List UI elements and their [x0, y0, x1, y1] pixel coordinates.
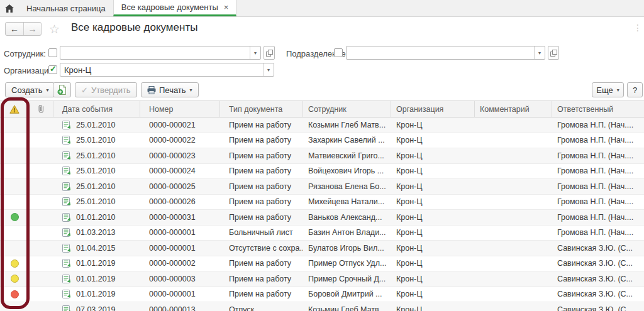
- home-button[interactable]: [0, 0, 19, 16]
- table-row[interactable]: 07.03.2019 0000-000013 Отпуск Козьмин Гл…: [0, 302, 644, 311]
- table-row[interactable]: 25.01.2010 0000-000022 Прием на работу З…: [0, 133, 644, 149]
- column-header-number[interactable]: Номер: [140, 101, 220, 117]
- document-type: Прием на работу: [220, 117, 303, 133]
- table-body: 25.01.2010 0000-000021 Прием на работу К…: [0, 117, 644, 311]
- table-row[interactable]: 01.04.2015 0000-000001 Отсутствие с сохр…: [0, 241, 644, 256]
- employee-filter-input[interactable]: [60, 46, 250, 59]
- responsible-name: Громова Н.П. (Нач....: [552, 117, 644, 133]
- tab-close-icon[interactable]: ×: [224, 3, 229, 11]
- column-header-warning[interactable]: [0, 101, 30, 117]
- responsible-name: Громова Н.П. (Нач....: [552, 164, 644, 179]
- organization-filter-input[interactable]: [60, 63, 263, 76]
- column-header-responsible[interactable]: Ответственный: [552, 101, 644, 117]
- document-type: Прием на работу: [220, 179, 303, 194]
- employee-filter-checkbox[interactable]: [48, 48, 57, 57]
- comment: [475, 271, 552, 286]
- attachment-cell: [30, 226, 53, 241]
- document-number: 0000-000003: [140, 271, 220, 286]
- document-type: Прием на работу: [220, 148, 303, 163]
- approve-button-label: Утвердить: [91, 85, 131, 95]
- employee-name: Захаркин Савелий ...: [303, 133, 391, 148]
- more-button-label: Еще: [596, 85, 613, 95]
- table-row[interactable]: 25.01.2010 0000-000026 Прием на работу М…: [0, 195, 644, 210]
- department-filter-input[interactable]: [347, 46, 534, 59]
- back-button[interactable]: ←: [6, 23, 23, 35]
- title-bar: ← → ☆ Все кадровые документы ⋮: [0, 18, 644, 40]
- more-button[interactable]: Еще ▾: [592, 82, 624, 97]
- table-row[interactable]: 25.01.2010 0000-000023 Прием на работу М…: [0, 148, 644, 164]
- responsible-name: Савинская З.Ю. (С...: [552, 241, 644, 256]
- table-row[interactable]: 01.01.2019 0000-000001 Прием на работу Б…: [0, 287, 644, 303]
- approve-button[interactable]: ✓ Утвердить: [75, 82, 137, 97]
- table-row[interactable]: 25.01.2010 0000-000025 Прием на работу Р…: [0, 179, 644, 195]
- table-row[interactable]: 01.03.2013 0000-000001 Больничный лист Б…: [0, 226, 644, 241]
- column-header-event-date[interactable]: Дата события: [53, 101, 140, 117]
- document-number: 0000-000026: [140, 195, 220, 210]
- chevron-down-icon[interactable]: ▾: [250, 46, 260, 59]
- column-header-attachment[interactable]: [30, 101, 53, 117]
- create-button[interactable]: Создать ▾: [5, 82, 55, 97]
- comment: [475, 302, 552, 311]
- comment: [475, 133, 552, 148]
- document-type: Прием на работу: [220, 287, 303, 302]
- table-row[interactable]: 25.01.2010 0000-000024 Прием на работу В…: [0, 164, 644, 180]
- help-button-label: ?: [633, 85, 637, 95]
- responsible-name: Громова Н.П. (Нач....: [552, 226, 644, 241]
- table-row[interactable]: 01.01.2019 0000-000003 Прием на работу П…: [0, 271, 644, 287]
- organization-filter-checkbox[interactable]: [48, 65, 57, 74]
- help-button[interactable]: ?: [627, 82, 643, 97]
- attachment-cell: [30, 302, 53, 311]
- tab-home-page[interactable]: Начальная страница: [19, 0, 113, 16]
- tab-label: Все кадровые документы: [121, 3, 218, 12]
- status-indicator: [11, 259, 19, 268]
- home-icon: [5, 4, 14, 13]
- document-number: 0000-000001: [140, 241, 220, 256]
- printer-icon: [147, 86, 156, 94]
- responsible-name: Громова Н.П. (Нач....: [552, 210, 644, 225]
- department-filter-checkbox[interactable]: [334, 48, 343, 57]
- organization-name: Крон-Ц: [391, 287, 475, 302]
- column-header-organization[interactable]: Организация: [391, 101, 475, 117]
- department-filter-combo: ▾: [346, 46, 545, 60]
- create-copy-button[interactable]: [53, 82, 71, 97]
- employee-open-button[interactable]: [264, 46, 275, 60]
- chevron-down-icon[interactable]: ▾: [534, 46, 545, 59]
- organization-name: Крон-Ц: [391, 164, 475, 179]
- attachment-cell: [30, 271, 53, 286]
- table-row[interactable]: 25.01.2010 0000-000021 Прием на работу К…: [0, 117, 644, 133]
- document-icon: [62, 213, 72, 222]
- document-type: Прием на работу: [220, 133, 303, 148]
- column-header-employee[interactable]: Сотрудник: [303, 101, 391, 117]
- event-date: 25.01.2010: [76, 151, 116, 160]
- organization-name: Крон-Ц: [391, 117, 475, 133]
- document-type: Отсутствие с сохра...: [220, 241, 303, 256]
- app-window: Начальная страница Все кадровые документ…: [0, 0, 644, 311]
- forward-button[interactable]: →: [23, 23, 41, 35]
- comment: [475, 256, 552, 271]
- tab-bar: Начальная страница Все кадровые документ…: [0, 0, 644, 17]
- form-menu-button[interactable]: ⋮: [633, 23, 642, 33]
- document-number: 0000-000023: [140, 148, 220, 163]
- event-date: 01.01.2019: [76, 275, 116, 283]
- comment: [475, 226, 552, 241]
- document-number: 0000-000024: [140, 164, 220, 179]
- employee-name: Пример Отпуск Удл...: [303, 256, 391, 271]
- employee-name: Войцехович Игорь ...: [303, 164, 391, 179]
- column-header-doc-type[interactable]: Тип документа: [220, 101, 303, 117]
- table-row[interactable]: 01.01.2010 0000-000031 Прием на работу В…: [0, 210, 644, 226]
- print-button[interactable]: Печать ▾: [141, 82, 199, 97]
- table-row[interactable]: 01.01.2019 0000-000002 Прием на работу П…: [0, 256, 644, 272]
- comment: [475, 148, 552, 163]
- organization-name: Крон-Ц: [391, 210, 475, 225]
- department-open-button[interactable]: [548, 46, 559, 60]
- page-title: Все кадровые документы: [71, 21, 197, 34]
- favorite-star-icon[interactable]: ☆: [49, 22, 60, 36]
- column-header-comment[interactable]: Комментарий: [475, 101, 552, 117]
- comment: [475, 164, 552, 179]
- tab-all-hr-documents[interactable]: Все кадровые документы ×: [113, 0, 237, 16]
- chevron-down-icon[interactable]: ▾: [263, 63, 274, 76]
- document-number: 0000-000022: [140, 133, 220, 148]
- document-icon: [62, 228, 72, 237]
- employee-name: Козьмин Глеб Матв...: [303, 117, 391, 133]
- chevron-down-icon: ▾: [617, 87, 619, 93]
